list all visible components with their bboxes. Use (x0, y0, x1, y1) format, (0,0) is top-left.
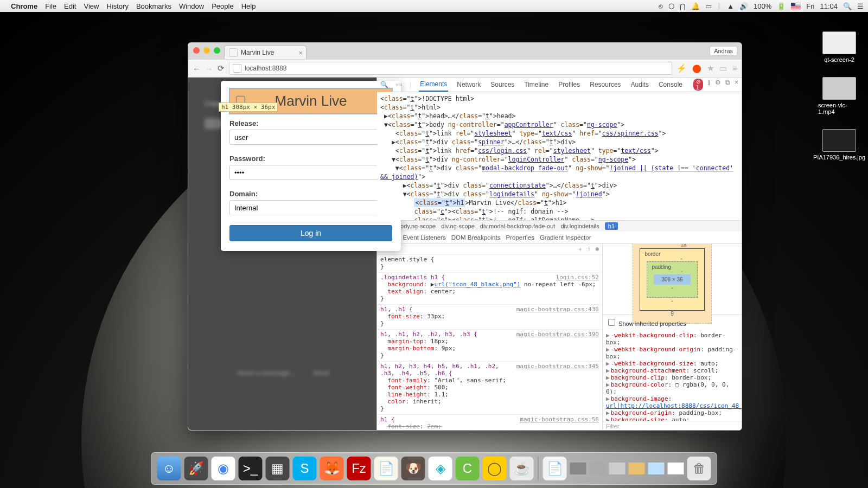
address-bar[interactable]: localhost:8888 (229, 62, 672, 75)
dock-launchpad-icon[interactable]: 🚀 (184, 457, 208, 480)
crumb-selected[interactable]: h1 (605, 222, 618, 230)
styles-pane[interactable]: ＋⫶◉ element.style {} login.css:52.logind… (377, 244, 603, 431)
menu-history[interactable]: History (106, 2, 128, 10)
dock-skype-icon[interactable]: S (293, 457, 317, 480)
dock-filezilla-icon[interactable]: Fz (347, 457, 371, 480)
menu-file[interactable]: File (45, 2, 56, 10)
inspect-icon[interactable]: 🔍 (380, 81, 388, 88)
tab-elements[interactable]: Elements (419, 78, 448, 92)
volume-icon[interactable]: 🔊 (739, 2, 748, 10)
dock-sublime-icon[interactable]: ▦ (266, 457, 290, 480)
battery-icon[interactable]: 🔋 (777, 2, 786, 10)
computed-filter[interactable]: Filter (603, 421, 742, 431)
back-icon[interactable]: ← (193, 64, 201, 73)
tab-network[interactable]: Network (456, 81, 482, 88)
dock-firefox-icon[interactable]: 🦊 (320, 457, 344, 480)
spotlight-icon[interactable]: 🔍 (843, 2, 852, 10)
reddit-icon[interactable]: ⬤ (692, 63, 701, 73)
desktop-icon[interactable]: PIA17936_hires.jpg (818, 129, 860, 160)
dock-cube-icon[interactable]: ◈ (429, 457, 452, 480)
dock-notes-icon[interactable]: 📄 (374, 457, 398, 480)
dock-camtasia-icon[interactable]: C (456, 457, 480, 480)
menu-edit[interactable]: Edit (64, 2, 76, 10)
subtab-properties[interactable]: Properties (506, 234, 534, 241)
desktop-icon[interactable]: screen-vlc-1.mp4 (818, 77, 860, 115)
dock-window-icon[interactable] (648, 463, 665, 474)
dock-window-icon[interactable] (609, 463, 626, 474)
tab-audits[interactable]: Audits (630, 81, 650, 88)
dock-terminal-icon[interactable]: >_ (239, 457, 263, 480)
login-button[interactable]: Log in (229, 225, 392, 241)
inherited-checkbox[interactable] (608, 319, 615, 326)
dock-folder-icon[interactable]: 📄 (543, 457, 567, 480)
status-icon[interactable]: ⎋ (659, 2, 663, 10)
bluetooth-icon[interactable]: ᛒ (717, 2, 722, 10)
desktop-icon[interactable]: qt-screen-2 (818, 31, 860, 63)
desktop-icons: qt-screen-2 screen-vlc-1.mp4 PIA17936_hi… (818, 31, 860, 160)
dock-finder-icon[interactable]: ☺ (157, 457, 181, 480)
device-icon[interactable]: ▭ (396, 81, 402, 88)
dock-icon[interactable]: ⧉ (725, 79, 730, 91)
reload-icon[interactable]: ⟳ (218, 63, 225, 73)
menu-bookmarks[interactable]: Bookmarks (136, 2, 171, 10)
extension-icon[interactable]: ⚡ (676, 63, 687, 73)
error-badge[interactable]: ⊘ 1 (693, 79, 703, 91)
toggle-state-icon[interactable]: ⫶ (588, 245, 591, 253)
release-input[interactable] (229, 130, 392, 145)
tab-sources[interactable]: Sources (489, 81, 515, 88)
dock-gimp-icon[interactable]: 🐶 (401, 457, 425, 480)
animations-icon[interactable]: ◉ (595, 245, 599, 253)
menubar-app-name[interactable]: Chrome (11, 2, 37, 10)
crumb[interactable]: div.ng-scope (441, 223, 475, 229)
dock-java-icon[interactable]: ☕ (510, 457, 534, 480)
drawer-icon[interactable]: ⫿ (707, 79, 711, 91)
forward-icon[interactable]: → (205, 64, 213, 73)
tab-close-icon[interactable]: × (298, 49, 303, 57)
tab-resources[interactable]: Resources (589, 81, 622, 88)
wifi-icon[interactable]: ▲ (727, 2, 734, 10)
menu-icon[interactable]: ≡ (732, 63, 737, 73)
dock-window-icon[interactable] (629, 463, 645, 474)
zoom-icon[interactable] (214, 47, 220, 54)
dropbox-icon[interactable]: ⬡ (668, 2, 674, 10)
styles-subtabs: Styles Event Listeners DOM Breakpoints P… (377, 232, 742, 244)
profile-button[interactable]: Andras (710, 46, 737, 56)
crumb[interactable]: body.ng-scope (397, 223, 436, 229)
notifications-icon[interactable]: 🔔 (691, 2, 700, 10)
computed-list[interactable]: ▶-webkit-background-clip: border-box;▶-w… (603, 330, 742, 421)
settings-icon[interactable]: ⚙ (715, 79, 721, 91)
menu-help[interactable]: Help (241, 2, 256, 10)
close-icon[interactable] (193, 47, 200, 54)
new-rule-icon[interactable]: ＋ (577, 245, 583, 253)
menu-window[interactable]: Window (179, 2, 204, 10)
subtab-gradient[interactable]: Gradient Inspector (540, 234, 591, 241)
display-icon[interactable]: ▭ (705, 2, 712, 10)
tab-console[interactable]: Console (658, 81, 684, 88)
notification-center-icon[interactable]: ☰ (857, 2, 864, 10)
subtab-event-listeners[interactable]: Event Listeners (403, 234, 445, 241)
dock-chrome-icon[interactable]: ◉ (212, 457, 235, 480)
crumb[interactable]: div.modal-backdrop.fade-out (480, 223, 556, 229)
devices-icon[interactable]: ▭ (719, 63, 727, 73)
subtab-dom-breakpoints[interactable]: DOM Breakpoints (451, 234, 501, 241)
bookmark-icon[interactable]: ★ (707, 63, 714, 73)
dock-trash-icon[interactable]: 🗑 (687, 457, 711, 480)
dock-opera-icon[interactable]: ◯ (483, 457, 507, 480)
site-info-icon[interactable] (233, 64, 241, 73)
headphones-icon[interactable]: ⋂ (680, 2, 686, 10)
tab-timeline[interactable]: Timeline (523, 81, 550, 88)
dock-window-icon[interactable] (570, 463, 586, 474)
browser-tab[interactable]: Marvin Live × (224, 46, 307, 59)
password-input[interactable] (229, 165, 392, 180)
tab-profiles[interactable]: Profiles (557, 81, 581, 88)
devtools-close-icon[interactable]: × (735, 79, 738, 91)
input-flag-icon[interactable] (791, 3, 801, 9)
menu-view[interactable]: View (84, 2, 99, 10)
dock-window-icon[interactable] (668, 463, 684, 474)
dom-tree[interactable]: <class="t">!DOCTYPE html><class="t">html… (377, 92, 742, 220)
dock-window-icon[interactable] (590, 463, 606, 474)
menu-people[interactable]: People (212, 2, 233, 10)
crumb[interactable]: div.logindetails (560, 223, 599, 229)
minimize-icon[interactable] (203, 47, 210, 54)
domain-select[interactable]: Internal (229, 200, 392, 215)
